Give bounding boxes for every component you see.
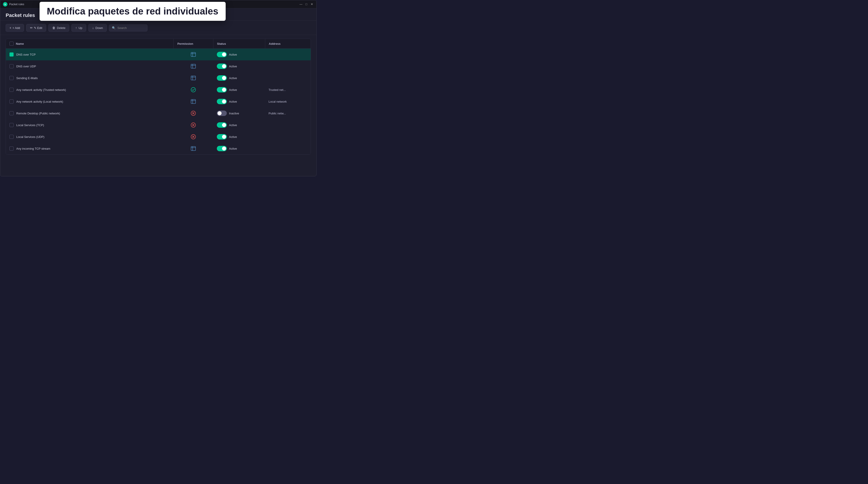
row-checkbox[interactable] [9, 99, 13, 103]
status-cell: Active [213, 131, 265, 143]
svg-rect-0 [191, 53, 195, 57]
col-header-name: Name [6, 39, 174, 49]
name-cell: Any network activity (Trusted network) [6, 84, 174, 96]
row-checkbox[interactable] [9, 76, 13, 80]
name-cell: DNS over TCP [6, 49, 174, 60]
status-cell: Active [213, 49, 265, 60]
table-row: Remote Desktop (Public network) I [6, 107, 311, 119]
permission-cell [174, 60, 213, 72]
name-cell: Remote Desktop (Public network) [6, 107, 174, 119]
address-cell [265, 60, 311, 72]
page-title: Packet rules [6, 12, 311, 18]
status-toggle[interactable] [217, 146, 227, 151]
permission-neutral-icon [190, 63, 196, 69]
status-label: Active [229, 100, 237, 103]
name-cell: DNS over UDP [6, 60, 174, 72]
maximize-button[interactable]: □ [305, 2, 308, 6]
address-cell [265, 119, 311, 131]
address-cell [265, 49, 311, 60]
row-checkbox[interactable] [9, 123, 13, 127]
titlebar: k Packet rules — □ ✕ [0, 0, 316, 8]
status-label: Active [229, 53, 237, 56]
permission-cell [174, 49, 213, 60]
table-row: Any incoming TCP stream [6, 143, 311, 154]
svg-point-9 [191, 88, 195, 92]
page-header: Packet rules [0, 8, 316, 21]
svg-rect-6 [191, 76, 195, 80]
name-cell: Sending E-Mails [6, 72, 174, 84]
col-header-status: Status [213, 39, 265, 49]
row-checkbox[interactable] [9, 147, 13, 151]
address-cell: Public netw... [265, 107, 311, 119]
status-label: Active [229, 88, 237, 92]
address-value: Local network [269, 100, 287, 103]
svg-rect-22 [191, 147, 195, 151]
down-button[interactable]: ↓ Down [88, 24, 107, 32]
search-wrapper[interactable]: 🔍 [109, 24, 147, 31]
minimize-button[interactable]: — [299, 2, 303, 6]
status-toggle[interactable] [217, 64, 227, 69]
rule-name: Any network activity (Trusted network) [16, 88, 66, 92]
status-cell: Active [213, 60, 265, 72]
permission-cell [174, 72, 213, 84]
status-cell: Active [213, 96, 265, 107]
status-toggle[interactable] [217, 87, 227, 93]
status-cell: Inactive [213, 107, 265, 119]
status-cell: Active [213, 72, 265, 84]
table-row: DNS over UDP [6, 60, 311, 72]
rule-name: Local Services (TCP) [16, 123, 44, 127]
permission-neutral-icon [190, 146, 196, 152]
svg-rect-3 [191, 64, 195, 68]
status-toggle[interactable] [217, 52, 227, 57]
status-cell: Active [213, 143, 265, 154]
search-input[interactable] [117, 26, 145, 30]
col-header-permission: Permission [174, 39, 213, 49]
row-checkbox[interactable] [9, 135, 13, 139]
row-checkbox[interactable] [9, 88, 13, 92]
permission-allow-icon [190, 87, 196, 93]
up-icon: ↑ [75, 26, 77, 30]
permission-neutral-icon [190, 75, 196, 81]
status-toggle[interactable] [217, 134, 227, 139]
select-all-checkbox[interactable] [9, 41, 13, 46]
close-button[interactable]: ✕ [310, 2, 314, 6]
rule-name: Sending E-Mails [16, 76, 38, 80]
rule-name: Any incoming TCP stream [16, 147, 51, 150]
table-row: Any network activity (Local network) [6, 96, 311, 107]
rule-name: DNS over TCP [16, 53, 36, 56]
status-toggle[interactable] [217, 110, 227, 116]
table-header-row: Name Permission Status Address [6, 39, 311, 49]
address-cell [265, 131, 311, 143]
svg-rect-10 [191, 99, 195, 103]
status-toggle[interactable] [217, 99, 227, 104]
status-toggle[interactable] [217, 122, 227, 128]
row-checkbox[interactable] [9, 111, 13, 115]
address-cell [265, 143, 311, 154]
status-label: Active [229, 65, 237, 68]
row-checkbox[interactable] [9, 53, 13, 57]
status-label: Inactive [229, 112, 239, 115]
address-cell: Trusted net... [265, 84, 311, 96]
permission-block-icon [190, 122, 196, 128]
name-cell: Local Services (UDP) [6, 131, 174, 143]
permission-cell [174, 107, 213, 119]
edit-button[interactable]: ✏ ✎ Edit [26, 24, 46, 32]
up-button[interactable]: ↑ Up [71, 24, 86, 32]
address-value: Trusted net... [269, 88, 286, 92]
table-row: Local Services (TCP) Active [6, 119, 311, 131]
status-cell: Active [213, 119, 265, 131]
permission-cell [174, 84, 213, 96]
delete-button[interactable]: 🗑 Delete [49, 24, 69, 32]
add-button[interactable]: + + Add [6, 24, 24, 32]
search-icon: 🔍 [112, 26, 116, 30]
status-toggle[interactable] [217, 75, 227, 81]
app-icon: k [3, 2, 7, 6]
rule-name: Remote Desktop (Public network) [16, 112, 60, 115]
edit-icon: ✏ [30, 26, 33, 30]
permission-cell [174, 143, 213, 154]
rule-name: Any network activity (Local network) [16, 100, 63, 103]
row-checkbox[interactable] [9, 64, 13, 68]
toolbar: + + Add ✏ ✎ Edit 🗑 Delete ↑ Up ↓ Down 🔍 [0, 21, 316, 35]
status-label: Active [229, 76, 237, 80]
address-cell [265, 72, 311, 84]
